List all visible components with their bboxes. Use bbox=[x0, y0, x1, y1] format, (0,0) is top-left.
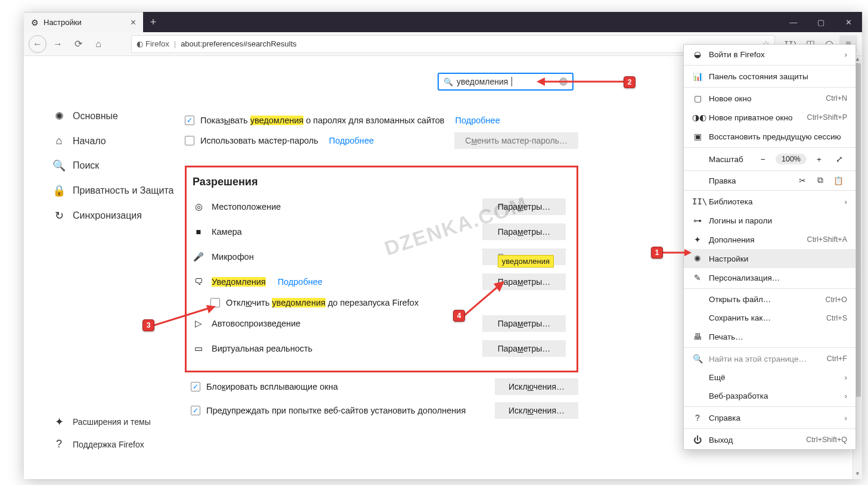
prefs-sidebar: ✺Основные ⌂Начало 🔍Поиск 🔒Приватность и … bbox=[24, 56, 179, 479]
gear-icon: ✺ bbox=[692, 254, 703, 263]
paste-icon[interactable]: 📋 bbox=[829, 176, 847, 185]
pause-notifications-checkbox[interactable] bbox=[210, 298, 220, 307]
notification-icon: 🗨 bbox=[193, 277, 204, 287]
url-bar[interactable]: ◐ Firefox | about:preferences#searchResu… bbox=[131, 35, 775, 53]
library-icon: II\ bbox=[692, 197, 703, 206]
perm-location-button[interactable]: Параметры… bbox=[482, 198, 566, 215]
chevron-right-icon: › bbox=[845, 197, 848, 206]
back-button[interactable]: ← bbox=[29, 35, 46, 53]
menu-print[interactable]: 🖶Печать… bbox=[684, 327, 855, 346]
profile-icon: ◒ bbox=[692, 49, 703, 59]
sidebar-item-sync[interactable]: ↻Синхронизация bbox=[52, 203, 179, 228]
chevron-right-icon: › bbox=[845, 391, 848, 400]
close-tab-icon[interactable]: × bbox=[131, 17, 136, 28]
reload-button[interactable]: ⟳ bbox=[69, 35, 87, 53]
mask-icon: ◑◐ bbox=[692, 113, 703, 122]
master-pw-checkbox[interactable] bbox=[185, 136, 194, 145]
sync-icon: ↻ bbox=[52, 209, 66, 222]
breached-checkbox[interactable] bbox=[185, 116, 194, 125]
search-icon: 🔍 bbox=[52, 159, 66, 172]
sidebar-item-privacy[interactable]: 🔒Приватность и Защита bbox=[52, 178, 179, 203]
firefox-icon: ◐ bbox=[137, 39, 143, 48]
forward-button[interactable]: → bbox=[49, 35, 67, 53]
puzzle-icon: ✦ bbox=[52, 415, 66, 428]
power-icon: ⏻ bbox=[692, 435, 703, 444]
puzzle-icon: ✦ bbox=[692, 235, 703, 244]
scroll-down-icon[interactable]: ▼ bbox=[853, 471, 862, 479]
clear-search-icon[interactable]: ✕ bbox=[559, 77, 568, 86]
menu-more[interactable]: Ещё› bbox=[684, 368, 855, 387]
master-pw-more-link[interactable]: Подробнее bbox=[329, 136, 374, 145]
menu-restore[interactable]: ▣Восстановить предыдущую сессию bbox=[684, 127, 855, 146]
menu-save-as[interactable]: Сохранить как…Ctrl+S bbox=[684, 309, 855, 327]
callout-3: 3 bbox=[142, 319, 154, 331]
menu-addons[interactable]: ✦ДополненияCtrl+Shift+A bbox=[684, 230, 855, 249]
perm-notifications-button[interactable]: Параметры… bbox=[482, 273, 566, 290]
close-window-button[interactable]: ✕ bbox=[835, 12, 862, 32]
zoom-in-button[interactable]: + bbox=[811, 153, 827, 166]
maximize-button[interactable]: ▢ bbox=[807, 12, 835, 32]
menu-find[interactable]: 🔍Найти на этой странице…Ctrl+F bbox=[684, 349, 855, 368]
sidebar-item-home[interactable]: ⌂Начало bbox=[52, 129, 179, 153]
copy-icon[interactable]: ⧉ bbox=[811, 176, 829, 185]
perm-autoplay-button[interactable]: Параметры… bbox=[482, 315, 566, 332]
menu-open-file[interactable]: Открыть файл…Ctrl+O bbox=[684, 290, 855, 309]
print-icon: 🖶 bbox=[692, 332, 703, 341]
perm-notifications-row: 🗨 Уведомления Подробнее Параметры… уведо… bbox=[193, 269, 566, 294]
home-icon: ⌂ bbox=[52, 135, 66, 147]
home-button[interactable]: ⌂ bbox=[89, 35, 107, 53]
perm-autoplay-row: ▷АвтовоспроизведениеПараметры… bbox=[193, 311, 566, 336]
lock-icon: 🔒 bbox=[52, 184, 66, 197]
sidebar-item-search[interactable]: 🔍Поиск bbox=[52, 153, 179, 178]
master-password-row: Использовать мастер-пароль Подробнее Сме… bbox=[185, 129, 578, 153]
fullscreen-icon[interactable]: ⤢ bbox=[832, 153, 847, 166]
gear-icon: ✺ bbox=[52, 110, 66, 123]
cut-icon[interactable]: ✂ bbox=[793, 176, 811, 185]
perm-notifications-more-link[interactable]: Подробнее bbox=[278, 277, 323, 287]
menu-new-window[interactable]: ▢Новое окноCtrl+N bbox=[684, 89, 855, 108]
new-tab-button[interactable]: + bbox=[143, 12, 163, 32]
microphone-icon: 🎤 bbox=[193, 252, 204, 262]
perm-location-row: ◎МестоположениеПараметры… bbox=[193, 194, 566, 219]
menu-library[interactable]: II\Библиотека› bbox=[684, 192, 855, 211]
minimize-button[interactable]: — bbox=[780, 12, 807, 32]
menu-webdev[interactable]: Веб-разработка› bbox=[684, 387, 855, 405]
app-menu: ◒Войти в Firefox› 📊Панель состояния защи… bbox=[683, 44, 856, 450]
change-master-pw-button: Сменить мастер-пароль… bbox=[454, 132, 578, 149]
menu-settings[interactable]: ✺Настройки bbox=[684, 249, 855, 268]
url-text: about:preferences#searchResults bbox=[181, 39, 296, 48]
zoom-level[interactable]: 100% bbox=[776, 154, 807, 164]
perm-camera-button[interactable]: Параметры… bbox=[482, 223, 566, 240]
warn-addons-exceptions-button[interactable]: Исключения… bbox=[495, 402, 578, 419]
sidebar-item-extensions[interactable]: ✦Расширения и темы bbox=[52, 411, 151, 433]
autoplay-icon: ▷ bbox=[193, 319, 204, 328]
vr-icon: ▭ bbox=[193, 344, 204, 353]
search-icon: 🔍 bbox=[444, 77, 453, 86]
menu-help[interactable]: ?Справка› bbox=[684, 408, 855, 427]
menu-customize[interactable]: ✎Персонализация… bbox=[684, 268, 855, 287]
menu-signin[interactable]: ◒Войти в Firefox› bbox=[684, 45, 855, 64]
help-icon: ? bbox=[52, 438, 66, 450]
menu-protection[interactable]: 📊Панель состояния защиты bbox=[684, 67, 855, 86]
browser-tab[interactable]: ⚙ Настройки × bbox=[24, 12, 143, 32]
breached-passwords-checkbox-row: Показывать уведомления о паролях для взл… bbox=[185, 112, 578, 129]
prefs-search-input[interactable]: 🔍 уведомления ✕ bbox=[438, 73, 574, 91]
warn-addons-checkbox[interactable] bbox=[191, 406, 200, 415]
perm-camera-row: ■КамераПараметры… bbox=[193, 219, 566, 244]
block-popups-checkbox[interactable] bbox=[191, 382, 200, 391]
block-popups-exceptions-button[interactable]: Исключения… bbox=[495, 378, 578, 395]
menu-new-private[interactable]: ◑◐Новое приватное окноCtrl+Shift+P bbox=[684, 108, 855, 127]
titlebar: ⚙ Настройки × + — ▢ ✕ bbox=[24, 12, 862, 32]
zoom-out-button[interactable]: − bbox=[755, 153, 771, 166]
warn-addons-row: Предупреждать при попытке веб-сайтов уст… bbox=[191, 399, 578, 422]
perm-vr-button[interactable]: Параметры… bbox=[482, 340, 566, 357]
sidebar-item-support[interactable]: ?Поддержка Firefox bbox=[52, 433, 151, 455]
permissions-section: Разрешения ◎МестоположениеПараметры… ■Ка… bbox=[185, 166, 578, 372]
menu-exit[interactable]: ⏻ВыходCtrl+Shift+Q bbox=[684, 430, 855, 449]
perm-vr-row: ▭Виртуальная реальностьПараметры… bbox=[193, 336, 566, 361]
breached-more-link[interactable]: Подробнее bbox=[455, 116, 500, 125]
sidebar-item-general[interactable]: ✺Основные bbox=[52, 104, 179, 129]
block-popups-row: Блокировать всплывающие окна Исключения… bbox=[191, 375, 578, 399]
camera-icon: ■ bbox=[193, 227, 204, 237]
menu-logins[interactable]: ⊶Логины и пароли bbox=[684, 211, 855, 230]
